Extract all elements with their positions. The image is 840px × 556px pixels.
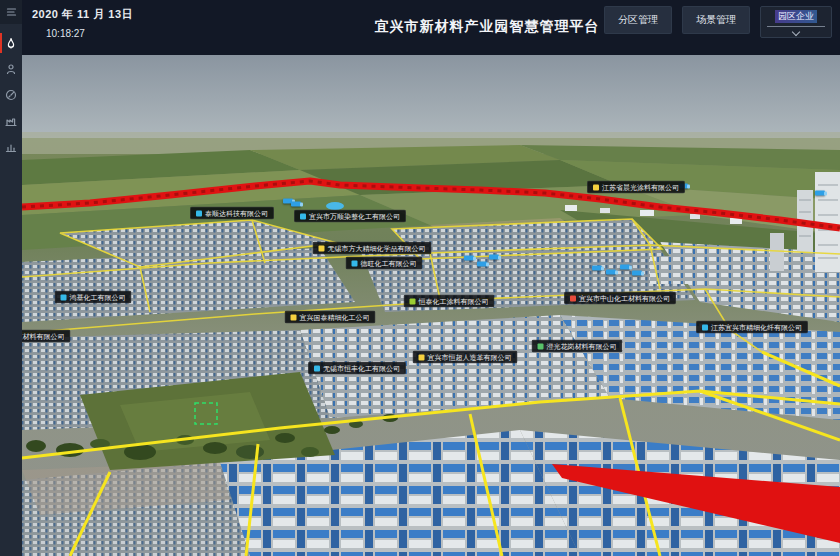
company-label[interactable]: 宜兴市恒超人造革有限公司	[413, 351, 518, 364]
topbar: 2020 年 11 月 13日 10:18:27 宜兴市新材料产业园智慧管理平台…	[22, 0, 840, 55]
truck-icon[interactable]	[592, 266, 602, 271]
company-label[interactable]: 恒泰化工涂料有限公司	[404, 295, 495, 308]
gauge-icon	[5, 89, 17, 101]
company-marker-icon	[300, 213, 306, 219]
company-marker-icon	[538, 343, 544, 349]
map-3d-scene[interactable]: 泰顺达科技有限公司 宜兴市万顺染整化工有限公司 江苏省晨光涂料有限公司 无锡市方…	[0, 0, 840, 556]
company-marker-icon	[570, 295, 576, 301]
sidebar-item-monitor[interactable]	[0, 82, 22, 108]
person-icon	[5, 63, 17, 75]
company-label[interactable]: 鸿基化工有限公司	[55, 291, 132, 304]
company-name: 宜兴市恒超人造革有限公司	[428, 354, 512, 361]
truck-icon[interactable]	[632, 271, 642, 276]
dropdown-selected-value: 园区企业	[775, 10, 817, 23]
company-marker-icon	[593, 184, 599, 190]
flame-icon	[5, 37, 17, 50]
company-name: 江苏宜兴市精细化纤有限公司	[711, 324, 802, 331]
truck-icon[interactable]	[606, 270, 616, 275]
company-label[interactable]: 澄光花岗材料有限公司	[532, 340, 623, 353]
company-marker-icon	[419, 354, 425, 360]
chevron-down-icon	[792, 28, 800, 36]
app-window: 泰顺达科技有限公司 宜兴市万顺染整化工有限公司 江苏省晨光涂料有限公司 无锡市方…	[0, 0, 840, 556]
zone-management-button[interactable]: 分区管理	[604, 6, 672, 34]
company-marker-icon	[196, 210, 202, 216]
company-name: 德旺化工有限公司	[361, 260, 417, 267]
datetime: 2020 年 11 月 13日 10:18:27	[32, 7, 133, 39]
park-enterprise-dropdown[interactable]: 园区企业	[760, 6, 832, 38]
company-label[interactable]: 江苏省晨光涂料有限公司	[587, 181, 685, 194]
company-label[interactable]: 泰顺达科技有限公司	[190, 207, 274, 220]
company-name: 恒泰化工涂料有限公司	[419, 298, 489, 305]
company-name: 鸿基化工有限公司	[70, 294, 126, 301]
company-label[interactable]: 宜兴市中山化工材料有限公司	[564, 292, 676, 305]
company-label[interactable]: 无锡市方大精细化学品有限公司	[313, 242, 432, 255]
company-marker-icon	[352, 260, 358, 266]
truck-icon[interactable]	[620, 265, 630, 270]
company-marker-icon	[291, 314, 297, 320]
sidebar-item-menu[interactable]	[0, 0, 22, 24]
factory-icon	[5, 115, 17, 127]
scene-management-button[interactable]: 场景管理	[682, 6, 750, 34]
current-date: 2020 年 11 月 13日	[32, 7, 133, 22]
company-marker-icon	[319, 245, 325, 251]
hamburger-icon	[5, 6, 18, 18]
company-name: 无锡市恒丰化工有限公司	[323, 365, 400, 372]
sidebar	[0, 0, 22, 556]
header-actions: 分区管理 场景管理 园区企业	[604, 6, 832, 38]
truck-icon[interactable]	[477, 262, 487, 267]
page-title: 宜兴市新材料产业园智慧管理平台	[375, 18, 600, 36]
company-name: 宜兴市万顺染整化工有限公司	[309, 213, 400, 220]
truck-icon[interactable]	[291, 202, 301, 207]
bar-chart-icon	[5, 141, 17, 153]
company-label[interactable]: 无锡市恒丰化工有限公司	[308, 362, 406, 375]
company-label[interactable]: 江苏宜兴市精细化纤有限公司	[696, 321, 808, 334]
company-label[interactable]: 德旺化工有限公司	[346, 257, 423, 270]
truck-icon[interactable]	[815, 191, 825, 196]
company-marker-icon	[702, 324, 708, 330]
truck-icon[interactable]	[489, 255, 499, 260]
company-marker-icon	[410, 298, 416, 304]
company-name: 江苏省晨光涂料有限公司	[602, 184, 679, 191]
map-render	[0, 0, 840, 556]
company-name: 宜兴国泰精细化工公司	[300, 314, 370, 321]
company-marker-icon	[61, 294, 67, 300]
company-name: 宜兴市中山化工材料有限公司	[579, 295, 670, 302]
sidebar-item-stats[interactable]	[0, 134, 22, 160]
sidebar-item-user[interactable]	[0, 56, 22, 82]
company-marker-icon	[314, 365, 320, 371]
company-name: 无锡市方大精细化学品有限公司	[328, 245, 426, 252]
sidebar-item-fire[interactable]	[0, 30, 22, 56]
company-name: 泰顺达科技有限公司	[205, 210, 268, 217]
current-time: 10:18:27	[46, 28, 133, 39]
truck-icon[interactable]	[464, 256, 474, 261]
company-name: 澄光花岗材料有限公司	[547, 343, 617, 350]
company-label[interactable]: 宜兴市万顺染整化工有限公司	[294, 210, 406, 223]
company-label[interactable]: 宜兴国泰精细化工公司	[285, 311, 376, 324]
sidebar-item-factory[interactable]	[0, 108, 22, 134]
